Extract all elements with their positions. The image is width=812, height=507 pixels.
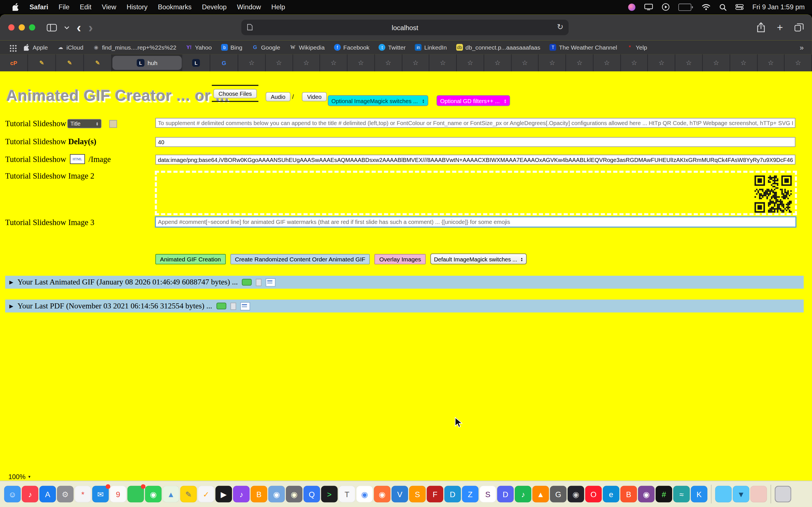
- title-config-input[interactable]: [155, 118, 795, 128]
- dock-preview[interactable]: ◉: [268, 486, 285, 503]
- data-uri-input[interactable]: [155, 155, 795, 165]
- dock-finder[interactable]: ☺: [4, 486, 21, 503]
- gd-filters-select[interactable]: Optional GD filters++ ... ▲▼: [437, 95, 510, 106]
- dock-photo-booth[interactable]: ◉: [286, 486, 303, 503]
- video-button[interactable]: Video: [302, 92, 327, 101]
- tab-active-huh[interactable]: Lhuh: [112, 56, 182, 70]
- tab-bookmark-6[interactable]: ☆: [375, 54, 402, 71]
- menu-history[interactable]: History: [121, 3, 153, 11]
- animated-gif-creation-button[interactable]: Animated GIF Creation: [155, 254, 225, 264]
- overlay-images-button[interactable]: Overlay Images: [375, 254, 426, 264]
- zoom-control[interactable]: 100% ▼: [8, 473, 31, 481]
- tab-bookmark-20[interactable]: ☆: [757, 54, 784, 71]
- menu-window[interactable]: Window: [232, 3, 266, 11]
- bookmark-apple[interactable]: Apple: [18, 44, 52, 51]
- tab-editor-1[interactable]: ✎: [28, 54, 56, 71]
- bookmark-find-minus-rep-22s-22[interactable]: ◉find_minus....rep+%22s%22: [88, 44, 181, 51]
- dock-vscode[interactable]: V: [392, 486, 408, 503]
- tab-bookmark-11[interactable]: ☆: [511, 54, 539, 71]
- zoom-button[interactable]: [29, 24, 35, 31]
- dock-photos[interactable]: *: [74, 486, 91, 503]
- page-preview-icon[interactable]: [256, 279, 262, 286]
- last-pdf-panel[interactable]: ▶ Your Last PDF (November 03 2021 06:14:…: [5, 299, 804, 313]
- compose-icon[interactable]: [266, 278, 276, 286]
- randomized-gif-button[interactable]: Create Randomized Content Order Animated…: [231, 254, 370, 264]
- tab-bookmark-2[interactable]: ☆: [266, 54, 293, 71]
- menu-edit[interactable]: Edit: [75, 3, 97, 11]
- dock-brave[interactable]: B: [620, 486, 637, 503]
- tab-cpanel[interactable]: cP: [0, 54, 28, 71]
- back-icon[interactable]: ‹: [77, 20, 81, 34]
- dock-sublime[interactable]: S: [409, 486, 426, 503]
- tab-l-site[interactable]: L: [183, 54, 210, 71]
- dock-messages[interactable]: [128, 486, 144, 503]
- dock-calendar[interactable]: 9: [110, 486, 126, 503]
- dock-reminders[interactable]: ✓: [198, 486, 214, 503]
- dock-mail[interactable]: ✉: [92, 486, 109, 503]
- dock-quicktime[interactable]: Q: [303, 486, 320, 503]
- new-tab-icon[interactable]: +: [777, 22, 783, 33]
- dock-slack[interactable]: S: [479, 486, 496, 503]
- page-preview-icon[interactable]: [231, 302, 236, 310]
- reload-icon[interactable]: ↻: [557, 22, 563, 32]
- close-button[interactable]: [8, 24, 14, 31]
- dock-gimp[interactable]: G: [550, 486, 567, 503]
- tab-bookmark-16[interactable]: ☆: [648, 54, 675, 71]
- tab-editor-2[interactable]: ✎: [56, 54, 84, 71]
- image3-comment-input[interactable]: [155, 216, 797, 228]
- dock-chrome[interactable]: ◉: [356, 486, 373, 503]
- dock-iterm[interactable]: #: [656, 486, 672, 503]
- dock-filezilla[interactable]: F: [426, 486, 443, 503]
- tab-bookmark-7[interactable]: ☆: [402, 54, 429, 71]
- tab-bookmark-21[interactable]: ☆: [784, 54, 812, 71]
- dock-discord[interactable]: D: [497, 486, 514, 503]
- choose-files-button[interactable]: Choose Files: [213, 89, 257, 98]
- minimize-button[interactable]: [18, 24, 25, 31]
- dock-notes[interactable]: ✎: [180, 486, 197, 503]
- dock-minimized-window[interactable]: [750, 486, 767, 503]
- menu-develop[interactable]: Develop: [197, 3, 232, 11]
- bookmark-db-connect-p-aaasaaafaas[interactable]: dbdb_connect.p...aaasaaafaas: [451, 44, 545, 51]
- tab-bookmark-15[interactable]: ☆: [621, 54, 648, 71]
- forward-icon[interactable]: ›: [88, 20, 93, 34]
- display-icon[interactable]: [644, 4, 653, 10]
- dock-tv[interactable]: ▶: [215, 486, 232, 503]
- menu-app-name[interactable]: Safari: [24, 3, 53, 11]
- bookmarks-overflow-chevron[interactable]: »: [797, 43, 807, 51]
- delay-input[interactable]: [155, 137, 795, 147]
- dock-folder-downloads[interactable]: ▼: [733, 486, 749, 503]
- dock-system-settings[interactable]: ⚙: [57, 486, 73, 503]
- menu-view[interactable]: View: [97, 3, 121, 11]
- tab-bookmark-5[interactable]: ☆: [348, 54, 375, 71]
- bookmark-facebook[interactable]: fFacebook: [329, 44, 374, 51]
- last-animated-gif-panel[interactable]: ▶ Your Last Animated GIF (January 08 202…: [5, 276, 804, 289]
- dock-music[interactable]: ♪: [22, 486, 38, 503]
- tabs-overview-icon[interactable]: [794, 23, 804, 32]
- chevron-down-icon[interactable]: [64, 25, 69, 29]
- bookmark-wikipedia[interactable]: WWikipedia: [285, 44, 329, 51]
- share-icon[interactable]: [757, 22, 765, 33]
- tab-bookmark-10[interactable]: ☆: [484, 54, 511, 71]
- dock-books[interactable]: B: [251, 486, 267, 503]
- dock-terminal[interactable]: >: [321, 486, 338, 503]
- dock-maps[interactable]: ▲: [163, 486, 179, 503]
- apple-menu[interactable]: [7, 3, 24, 11]
- bookmark-the-weather-channel[interactable]: TThe Weather Channel: [545, 44, 622, 51]
- audio-button[interactable]: Audio: [266, 92, 290, 101]
- tab-bookmark-18[interactable]: ☆: [703, 54, 730, 71]
- search-icon[interactable]: [719, 3, 726, 11]
- tab-bookmark-4[interactable]: ☆: [320, 54, 348, 71]
- gif-preview-icon[interactable]: [242, 279, 252, 286]
- dock-vlc[interactable]: ▲: [532, 486, 549, 503]
- tab-bookmark-14[interactable]: ☆: [594, 54, 621, 71]
- tab-bookmark-9[interactable]: ☆: [457, 54, 484, 71]
- tab-bookmark-8[interactable]: ☆: [429, 54, 457, 71]
- battery-icon[interactable]: [678, 3, 693, 11]
- dock-obs[interactable]: ◉: [567, 486, 584, 503]
- dock-spotify[interactable]: ♪: [515, 486, 531, 503]
- play-circle-icon[interactable]: [662, 3, 670, 11]
- bookmark-apps-grid[interactable]: [5, 45, 18, 50]
- tab-bookmark-19[interactable]: ☆: [730, 54, 757, 71]
- dock-textedit[interactable]: T: [339, 486, 355, 503]
- compose-icon[interactable]: [240, 302, 250, 310]
